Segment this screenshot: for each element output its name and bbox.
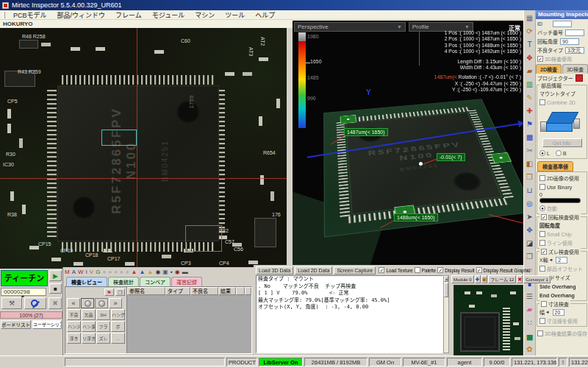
save-3d-result-checkbox[interactable]: 3D検査結果の保存: [536, 329, 588, 338]
toolbar-icon[interactable]: ▲: [140, 268, 146, 277]
radio-l[interactable]: ●: [539, 150, 545, 156]
tab-3d-inspection[interactable]: 3D検査: [562, 64, 588, 74]
defect-type-button[interactable]: 浮き: [67, 333, 81, 344]
defect-type-field[interactable]: 3次元: [565, 47, 584, 54]
tab-2d-inspection[interactable]: 2D検査: [536, 64, 562, 74]
title-bar[interactable]: Mirtec Inspector 5.5.4.00.329_UR601: [0, 0, 588, 10]
prev-button[interactable]: «: [67, 298, 80, 308]
frame-button[interactable]: フレーム 12: [488, 275, 516, 283]
toolbar-icon[interactable]: ◉: [155, 268, 160, 277]
toolbar-icon[interactable]: ●: [108, 268, 112, 277]
tab-inspection-stats[interactable]: 検査統計: [108, 277, 139, 286]
toolbar-icon[interactable]: ●: [126, 268, 129, 277]
close-icon[interactable]: ✖: [517, 275, 523, 283]
toolbar-icon[interactable]: ◪: [525, 237, 535, 250]
menu-item[interactable]: ツール: [220, 12, 250, 19]
toolbar-icon[interactable]: ▲: [147, 268, 153, 277]
flag-icon[interactable]: ⚑: [104, 289, 114, 296]
toolbar-icon[interactable]: A: [72, 268, 76, 277]
column-header[interactable]: タイプ: [165, 287, 190, 295]
defect-type-button[interactable]: 不良: [67, 309, 81, 320]
toolbar-icon[interactable]: ▲: [132, 268, 137, 277]
rotation-group-checkbox[interactable]: ✓回転検査使用: [539, 213, 581, 221]
toolbar-icon[interactable]: ✿: [525, 343, 535, 356]
toolbar-icon[interactable]: ∷: [525, 316, 535, 330]
combine-2d-checkbox[interactable]: Combine 2D: [538, 98, 586, 107]
stop-button[interactable]: ■: [49, 283, 62, 294]
menu-item[interactable]: モジュール: [147, 12, 190, 19]
criteria-tab[interactable]: 検査基準値: [537, 161, 573, 171]
pcb-2d-view[interactable]: R5F72865FPV N100 BM04251 1759 R48 R258C6…: [0, 28, 287, 269]
view-mode-select[interactable]: Perspective ▼: [294, 22, 406, 32]
toolbar-icon[interactable]: ⟳: [525, 25, 535, 38]
user-serial-button[interactable]: ユーザーシリアルNo.: [32, 320, 62, 329]
radio-b[interactable]: [556, 150, 562, 156]
toolbar-icon[interactable]: ⚑: [525, 118, 535, 131]
toolbar-icon[interactable]: ▪: [171, 268, 173, 277]
use-2d-image-checkbox[interactable]: 2D画像の使用: [538, 174, 586, 183]
cancel-button[interactable]: ✖: [49, 297, 62, 309]
scroll-thumb[interactable]: [444, 283, 448, 297]
page-icon[interactable]: ❐: [115, 289, 125, 296]
status-led[interactable]: [95, 298, 108, 308]
dimension-group-checkbox[interactable]: 寸法検査: [539, 300, 570, 308]
plus-icon[interactable]: ✚: [475, 275, 481, 283]
next-button[interactable]: »: [109, 298, 122, 308]
load-3d-data-button[interactable]: Load 3D Data: [256, 266, 293, 275]
use-binary-checkbox[interactable]: Use Binary: [538, 183, 586, 191]
defect-type-button[interactable]: ズレ: [96, 333, 110, 344]
toolbar-icon[interactable]: ✚: [525, 105, 535, 118]
defect-type-button[interactable]: SH: [96, 309, 110, 320]
console-checkbox[interactable]: Palette: [415, 267, 437, 273]
defect-type-button[interactable]: 欠品: [82, 309, 96, 320]
toolbar-icon[interactable]: ●: [114, 268, 118, 277]
batch-field[interactable]: [565, 29, 584, 36]
table-body[interactable]: [127, 295, 251, 353]
screen-capture-button[interactable]: Screen Capture: [334, 266, 376, 275]
board-list-button[interactable]: ボードリスト: [1, 320, 31, 329]
x-axis-field[interactable]: 2: [556, 257, 567, 263]
toolbar-icon[interactable]: ⊔: [525, 184, 535, 197]
toolbar-icon[interactable]: ▬: [182, 268, 188, 277]
tab-operation-log[interactable]: 運営記録: [171, 277, 202, 286]
toolbar-icon[interactable]: ●: [120, 268, 123, 277]
menu-item[interactable]: ヘルプ: [250, 12, 280, 19]
small-chip-checkbox[interactable]: Small Chip: [538, 230, 586, 238]
defect-type-button[interactable]: …: [111, 333, 125, 344]
toolbar-icon[interactable]: W: [78, 268, 84, 277]
load-2d-data-button[interactable]: Load 2D Data: [295, 266, 332, 275]
part-offset-checkbox[interactable]: 部品オフセット: [538, 264, 586, 273]
height-measure-pad[interactable]: [340, 115, 356, 124]
defect-type-button[interactable]: ハング: [111, 309, 125, 320]
pad-region-marker[interactable]: [185, 225, 222, 252]
tab-conveyor[interactable]: コンベア: [140, 277, 171, 286]
tab-inspection-review[interactable]: 検査レビュー: [66, 277, 107, 286]
grid-icon[interactable]: ▣: [481, 275, 488, 283]
toolbar-icon[interactable]: ◎: [525, 197, 535, 210]
threshold-slider[interactable]: [539, 198, 581, 203]
menu-item[interactable]: マシン: [190, 12, 220, 19]
toolbar-icon[interactable]: ▰: [525, 303, 535, 316]
toolbar-icon[interactable]: I: [86, 268, 87, 277]
toolbar-icon[interactable]: T: [525, 38, 535, 52]
auto-radio[interactable]: ●自動: [538, 204, 586, 213]
column-header[interactable]: 参照名: [127, 287, 165, 295]
toolbar-icon[interactable]: ☰: [525, 290, 535, 303]
conveyor-button[interactable]: Conveyor 1: [523, 275, 551, 283]
toolbar-icon[interactable]: ✥: [525, 52, 535, 65]
defect-type-button[interactable]: フラ: [96, 321, 110, 332]
toolbar-icon[interactable]: ➤: [525, 210, 535, 224]
no-entry-button[interactable]: [24, 297, 46, 309]
toolbar-icon[interactable]: ▣: [162, 268, 168, 277]
toolbar-icon[interactable]: ▦: [525, 12, 535, 25]
toolbar-icon[interactable]: ✎: [525, 91, 535, 105]
defect-type-button[interactable]: リ浮き: [82, 333, 96, 344]
scrollbar[interactable]: ▲: [443, 275, 449, 353]
toolbar-icon[interactable]: ❐: [525, 250, 535, 263]
console-checkbox[interactable]: ✓ Display Result: [437, 267, 474, 273]
toolbar-icon[interactable]: ✂: [525, 144, 535, 158]
menu-item[interactable]: 部品/ウィンドウ: [52, 12, 111, 19]
status-led[interactable]: [81, 298, 94, 308]
menu-item[interactable]: フレーム: [110, 12, 147, 19]
defect-type-button[interactable]: ボ: [111, 321, 125, 332]
